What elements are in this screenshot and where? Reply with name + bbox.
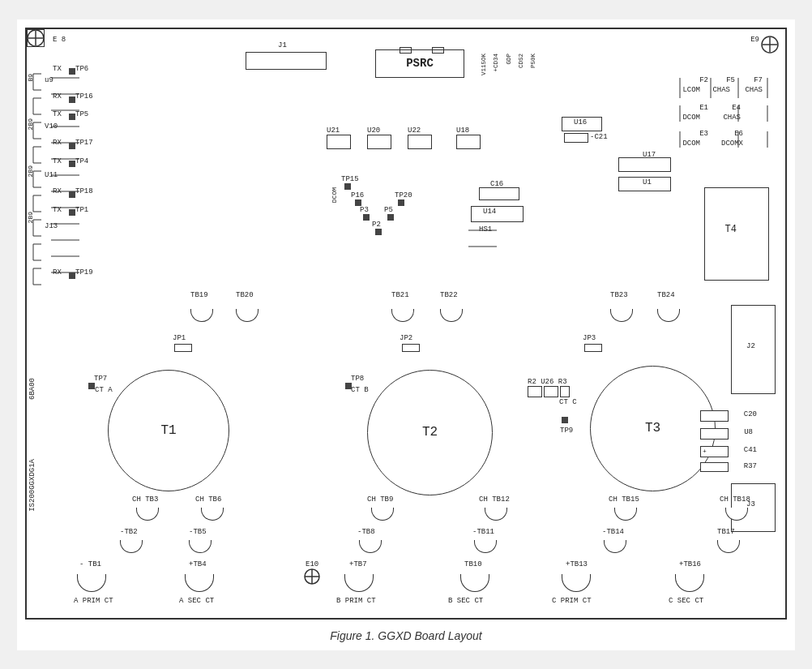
b-prim-ct-label: B PRIM CT — [336, 597, 376, 605]
left-label-1: B9 — [27, 74, 34, 82]
gdp-label: GDP — [506, 54, 512, 65]
tb9-arc — [371, 508, 394, 521]
tp19-label: TP19 — [75, 268, 93, 277]
board-area: E 8 E9 J1 PSRC F2 F5 F7 LCOM CHAS CHAS E… — [25, 28, 787, 620]
tb22-group: TB22 — [440, 309, 458, 317]
tp1-pad — [69, 209, 75, 216]
tb4-arc — [185, 574, 214, 592]
tp6-pad — [69, 68, 75, 75]
tp7-label: TP7 — [94, 375, 107, 383]
dcom3-label: DCOM — [331, 187, 338, 203]
p3-pad — [363, 214, 370, 221]
ct-b-label: CT B — [351, 386, 369, 394]
t4 — [704, 187, 769, 281]
v115ok-label: V115OK — [481, 54, 487, 75]
ch-tb9-label: CH TB9 — [367, 495, 393, 504]
left-label-4: 2B9 — [27, 212, 34, 223]
tb17-arc — [717, 540, 740, 553]
tx-label-2: TX — [53, 110, 62, 118]
tx-label-4: TX — [53, 206, 62, 214]
c41: + — [700, 446, 729, 457]
tp6-label: TP6 — [75, 65, 88, 73]
u18-label: U18 — [456, 127, 469, 135]
tb8-arc — [359, 540, 382, 553]
corner-tr-label: E9 — [750, 36, 759, 44]
rx-label-3: RX — [53, 187, 62, 195]
cds2-label: CDS2 — [518, 54, 524, 68]
board-id-label: IS200GGXDG1A — [28, 459, 36, 512]
psrc-conn2 — [432, 47, 444, 54]
jp3 — [584, 344, 602, 352]
tb21-group: TB21 — [391, 309, 409, 317]
tp8-label: TP8 — [351, 375, 364, 383]
j2: J2 — [731, 305, 776, 394]
tx-label-3: TX — [53, 157, 62, 165]
left-label-2: 2B9 — [27, 118, 34, 130]
tb1-neg-arc — [77, 574, 106, 592]
ch-tb15-label: CH TB15 — [609, 495, 639, 504]
j1 — [246, 52, 327, 70]
j1-label: J1 — [278, 41, 287, 49]
psrc: PSRC — [375, 49, 464, 78]
tp15-label: TP15 — [341, 175, 359, 183]
tp9-pad — [562, 417, 568, 423]
r37 — [700, 462, 729, 472]
tp20-pad — [398, 199, 404, 206]
psrc-conn1 — [400, 47, 412, 54]
tp15-pad — [344, 183, 351, 190]
tp17-pad — [69, 143, 75, 149]
tb2-label: -TB2 — [120, 528, 138, 536]
p16-label: P16 — [351, 191, 364, 199]
main-container: E 8 E9 J1 PSRC F2 F5 F7 LCOM CHAS CHAS E… — [17, 19, 795, 650]
c20 — [700, 410, 729, 422]
tb8-label: -TB8 — [357, 528, 375, 536]
u18 — [456, 135, 481, 149]
tp17-label: TP17 — [75, 139, 93, 147]
r3 — [560, 386, 570, 397]
jp2 — [402, 344, 420, 352]
p5-label: P5 — [384, 206, 393, 214]
tb3-arc — [136, 508, 159, 521]
p3-label: P3 — [360, 206, 369, 214]
u20 — [367, 135, 391, 149]
tp9-label: TP9 — [560, 427, 573, 435]
t1: T1 — [108, 370, 229, 491]
cd34-label: +CD34 — [493, 54, 499, 72]
tb24-group: TB24 — [657, 309, 675, 317]
tb5-arc — [189, 540, 212, 553]
u8-label: U8 — [744, 428, 753, 436]
c41-label: C41 — [744, 446, 757, 454]
t4-label: T4 — [725, 224, 737, 235]
tb2-arc — [120, 540, 143, 553]
rx-label-4: RX — [53, 268, 62, 277]
tb10-label: TB10 — [464, 560, 482, 568]
u22-label: U22 — [408, 127, 421, 135]
tp7-pad — [88, 383, 95, 389]
tb14-arc — [604, 540, 626, 553]
rx-label-2: RX — [53, 139, 62, 147]
tb16-arc — [675, 574, 704, 592]
tb13-label: +TB13 — [566, 560, 588, 568]
jp1-label: JP1 — [173, 334, 186, 342]
ch-tb6-label: CH TB6 — [195, 495, 221, 504]
6ba00-label: 6BA00 — [28, 378, 36, 400]
c-prim-ct-label: C PRIM CT — [552, 597, 592, 605]
tb4-label: +TB4 — [189, 560, 207, 568]
rx-label-1: RX — [53, 92, 62, 101]
tb16-label: +TB16 — [679, 560, 701, 568]
r2-u26 — [528, 386, 542, 397]
tp19-pad — [69, 272, 75, 279]
u8 — [700, 428, 729, 440]
tp16-pad — [69, 96, 75, 103]
tb19-group: TB19 — [190, 309, 208, 317]
u22 — [408, 135, 432, 149]
figure-caption-text: Figure 1. GGXD Board Layout — [330, 629, 482, 642]
u14 — [471, 206, 524, 222]
tp5-label: TP5 — [75, 110, 88, 118]
tb11-arc — [474, 540, 497, 553]
tp4-pad — [69, 161, 75, 167]
c21-label: -C21 — [590, 133, 608, 141]
tp4-label: TP4 — [75, 157, 88, 165]
u1-label: U1 — [643, 178, 652, 187]
u26-group-label: R2 U26 R3 — [528, 378, 567, 386]
